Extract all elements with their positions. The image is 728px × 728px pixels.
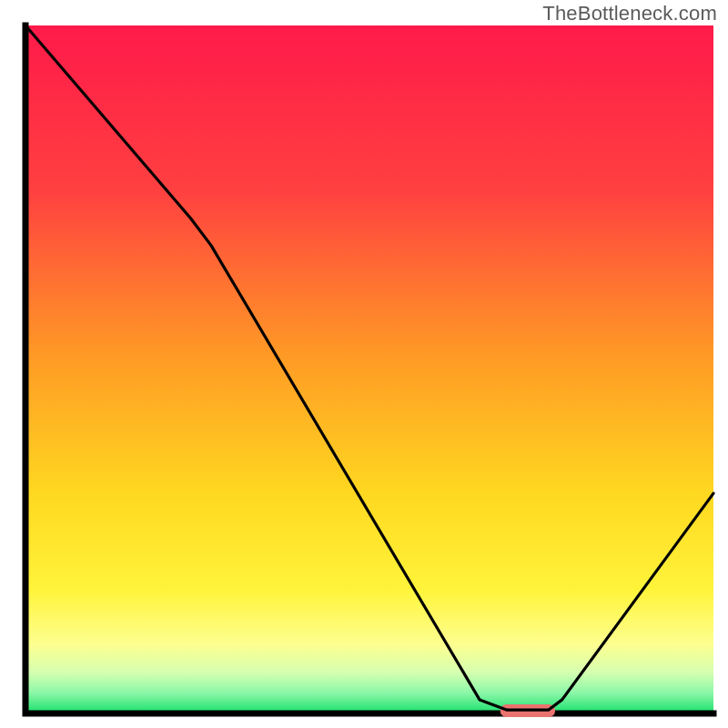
bottleneck-chart [0,0,728,728]
watermark-text: TheBottleneck.com [542,2,717,25]
chart-container: TheBottleneck.com [0,0,728,728]
plot-background [25,25,713,713]
